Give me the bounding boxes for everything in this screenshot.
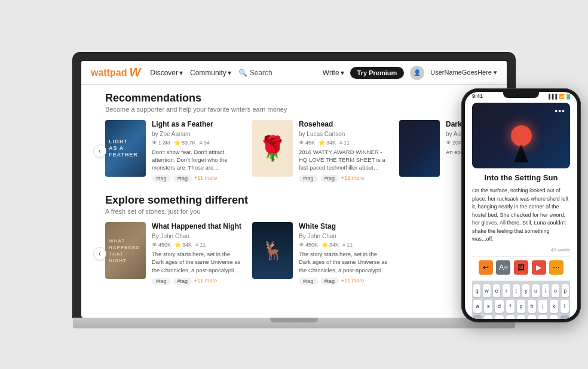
logo[interactable]: wattpad W: [91, 66, 140, 79]
community-link[interactable]: Community ▾: [190, 69, 231, 77]
phone-story-text[interactable]: On the surface, nothing looked out of pl…: [472, 187, 570, 244]
book-cover-light-feather[interactable]: LIGHTAS AFEATHER: [105, 120, 146, 177]
tag[interactable]: #tag: [152, 175, 171, 182]
username-label[interactable]: UserNameGoesHere ▾: [430, 69, 497, 76]
more-tags[interactable]: +11 more: [341, 278, 364, 285]
keyboard-row-3: ⇧ z x c v b n m ⌫: [473, 315, 569, 319]
key-a[interactable]: a: [473, 300, 482, 313]
key-i[interactable]: i: [542, 284, 549, 297]
book-cover-white-stag[interactable]: 🦌: [252, 222, 293, 279]
phone-content: ••• Into the Setting Sun On the surface,…: [465, 103, 577, 319]
more-icon[interactable]: ⋯: [549, 260, 564, 275]
prev-button[interactable]: ‹: [93, 247, 106, 260]
signal-icon: ▐▐▐: [547, 94, 557, 99]
image-icon[interactable]: 🖼: [514, 260, 528, 275]
write-button[interactable]: Write ▾: [323, 69, 344, 77]
key-r[interactable]: r: [503, 284, 510, 297]
votes-stat: ⭐ 34K: [174, 242, 192, 248]
key-q[interactable]: q: [473, 284, 480, 297]
book-author: by Zoe Aarsen: [152, 131, 243, 137]
tag[interactable]: #tag: [299, 175, 318, 182]
votes-stat: ⭐ 59.7K: [174, 140, 196, 146]
key-s[interactable]: s: [484, 300, 492, 313]
key-delete[interactable]: ⌫: [561, 315, 569, 319]
book-title[interactable]: Light as a Feather: [152, 120, 243, 130]
key-x[interactable]: x: [495, 315, 503, 319]
key-y[interactable]: y: [522, 284, 529, 297]
chevron-down-icon: ▾: [341, 69, 344, 77]
explore-section: Explore something different A fresh set …: [105, 194, 483, 284]
tag[interactable]: #tag: [173, 175, 192, 182]
key-h[interactable]: h: [528, 300, 536, 313]
recommendations-title: Recommendations: [105, 92, 483, 104]
key-v[interactable]: v: [517, 315, 525, 319]
book-info-light-feather: Light as a Feather by Zoe Aarsen 👁 1.3M …: [152, 120, 243, 182]
book-tags: #tag #tag +11 more: [299, 278, 390, 285]
key-p[interactable]: p: [562, 284, 569, 297]
laptop-notch: [270, 318, 318, 322]
laptop-base: [73, 318, 515, 328]
tag[interactable]: #tag: [173, 278, 192, 285]
key-t[interactable]: t: [513, 284, 520, 297]
book-author: By John Chan: [152, 233, 243, 239]
font-icon[interactable]: A≡: [496, 260, 510, 275]
prev-button[interactable]: ‹: [93, 144, 106, 158]
more-tags[interactable]: +11 more: [194, 278, 217, 285]
reads-stat: 👁 450K: [152, 242, 171, 248]
book-cover-rosehead[interactable]: 🌹: [252, 120, 293, 177]
key-o[interactable]: o: [552, 284, 559, 297]
undo-icon[interactable]: ↩: [479, 260, 493, 275]
key-z[interactable]: z: [484, 315, 492, 319]
tag[interactable]: #tag: [320, 175, 339, 182]
phone-status-icons: ▐▐▐ 📶 ▓: [547, 94, 570, 99]
votes-stat: ⭐ 34K: [321, 242, 339, 248]
key-f[interactable]: f: [506, 300, 514, 313]
reads-stat: 👁 45K: [299, 140, 315, 146]
key-l[interactable]: l: [561, 300, 569, 313]
tag[interactable]: #tag: [320, 278, 339, 285]
phone-word-count: 43 words: [472, 247, 570, 253]
book-title[interactable]: Rosehead: [299, 120, 390, 130]
battery-icon: ▓: [566, 94, 570, 99]
key-b[interactable]: b: [528, 315, 536, 319]
video-icon[interactable]: ▶: [532, 260, 546, 275]
book-title[interactable]: White Stag: [299, 222, 390, 232]
navbar: wattpad W Discover ▾ Community ▾: [81, 61, 507, 85]
chevron-down-icon: ▾: [494, 69, 497, 76]
key-w[interactable]: w: [483, 284, 490, 297]
discover-link[interactable]: Discover ▾: [150, 69, 183, 77]
nav-links: Discover ▾ Community ▾ 🔍 Search: [150, 69, 272, 77]
cover-text-overlay: WHATHAPPENEDTHATNIGHT: [109, 238, 140, 265]
laptop-bezel: wattpad W Discover ▾ Community ▾: [73, 53, 515, 318]
book-card-white-stag: 🦌 White Stag By John Chan 👁 450K ⭐ 34K: [252, 222, 390, 284]
reads-stat: 👁 1.3M: [152, 140, 170, 146]
tag[interactable]: #tag: [152, 278, 171, 285]
cover-text: LIGHTAS AFEATHER: [109, 139, 138, 158]
key-d[interactable]: d: [495, 300, 503, 313]
search-link[interactable]: 🔍 Search: [238, 69, 272, 77]
book-cover-what-happened[interactable]: WHATHAPPENEDTHATNIGHT: [105, 222, 146, 279]
phone-shell: 9:41 ▐▐▐ 📶 ▓ ••• Into the Setting Sun: [461, 88, 581, 322]
book-stats: 👁 450K ⭐ 34K ≡ 11: [152, 242, 243, 248]
options-icon[interactable]: •••: [555, 106, 565, 116]
key-u[interactable]: u: [532, 284, 539, 297]
phone-book-cover[interactable]: •••: [472, 103, 570, 168]
key-n[interactable]: n: [538, 315, 547, 319]
reads-stat: 👁 20K: [446, 140, 462, 146]
book-title[interactable]: What Happened that Night: [152, 222, 243, 232]
key-k[interactable]: k: [550, 300, 558, 313]
tag[interactable]: #tag: [299, 278, 318, 285]
more-tags[interactable]: +11 more: [194, 175, 217, 182]
key-j[interactable]: j: [538, 300, 547, 313]
book-desc: 2016 WATTY AWARD WINNER - HQ LOVE THE TE…: [299, 148, 390, 172]
try-premium-button[interactable]: Try Premium: [350, 67, 405, 79]
explore-title: Explore something different: [105, 194, 483, 207]
key-m[interactable]: m: [550, 315, 558, 319]
book-cover-dark[interactable]: [399, 120, 440, 177]
key-e[interactable]: e: [493, 284, 500, 297]
chevron-down-icon: ▾: [179, 69, 183, 77]
key-c[interactable]: c: [506, 315, 514, 319]
more-tags[interactable]: +11 more: [341, 175, 364, 182]
key-shift[interactable]: ⇧: [473, 315, 482, 319]
key-g[interactable]: g: [517, 300, 525, 313]
